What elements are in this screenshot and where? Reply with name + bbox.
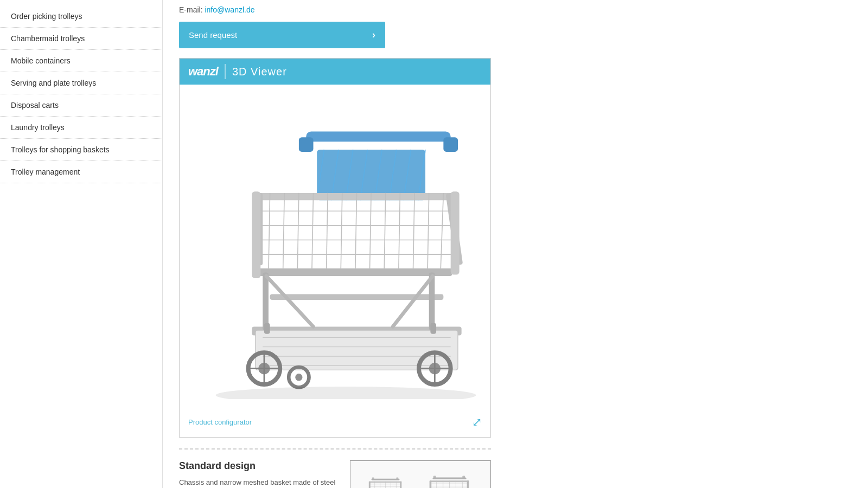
- svg-line-48: [266, 276, 314, 326]
- svg-rect-35: [252, 191, 260, 278]
- header-divider: [225, 64, 226, 79]
- svg-rect-2: [443, 137, 458, 152]
- svg-point-59: [295, 374, 302, 381]
- svg-line-31: [427, 193, 429, 273]
- sidebar-item-mobile-containers[interactable]: Mobile containers: [0, 50, 162, 72]
- svg-line-49: [393, 276, 432, 326]
- svg-rect-44: [263, 272, 269, 330]
- sidebar-item-serving-plate-trolleys[interactable]: Serving and plate trolleys: [0, 72, 162, 94]
- send-request-button[interactable]: Send request ›: [179, 22, 385, 48]
- sidebar-item-laundry-trolleys[interactable]: Laundry trolleys: [0, 117, 162, 139]
- email-link[interactable]: info@wanzl.de: [205, 5, 254, 14]
- sidebar-item-order-picking-trolleys[interactable]: Order picking trolleys: [0, 5, 162, 28]
- wanzl-logo: wanzl: [188, 65, 218, 79]
- svg-rect-98: [430, 480, 432, 488]
- svg-line-26: [355, 193, 357, 273]
- shopping-cart-image: [190, 95, 480, 399]
- standard-design-section: Standard design Chassis and narrow meshe…: [179, 448, 491, 488]
- svg-line-23: [312, 193, 314, 273]
- sidebar-item-trolley-management[interactable]: Trolley management: [0, 161, 162, 183]
- svg-rect-99: [467, 480, 469, 488]
- svg-line-24: [327, 193, 328, 273]
- svg-rect-63: [372, 478, 400, 480]
- email-row: E-mail: info@wanzl.de: [179, 5, 483, 14]
- chevron-right-icon: ›: [372, 29, 375, 41]
- svg-rect-47: [430, 323, 436, 334]
- svg-line-29: [399, 193, 400, 273]
- svg-line-27: [369, 193, 371, 273]
- svg-line-30: [413, 193, 414, 273]
- svg-rect-0: [306, 132, 450, 142]
- sidebar-item-chambermaid-trolleys[interactable]: Chambermaid trolleys: [0, 28, 162, 50]
- svg-line-20: [269, 193, 270, 273]
- viewer-title: 3D Viewer: [232, 66, 287, 78]
- standard-text: Standard design Chassis and narrow meshe…: [179, 460, 339, 488]
- svg-line-25: [341, 193, 342, 273]
- viewer-footer: Product configurator ⤢: [180, 410, 490, 437]
- svg-rect-45: [264, 323, 270, 334]
- svg-rect-39: [256, 330, 458, 370]
- product-configurator-link[interactable]: Product configurator: [188, 418, 252, 426]
- standard-design-title: Standard design: [179, 460, 339, 472]
- 3d-viewer: wanzl 3D Viewer: [179, 58, 491, 438]
- viewer-header: wanzl 3D Viewer: [180, 59, 490, 85]
- expand-icon[interactable]: ⤢: [472, 415, 482, 429]
- viewer-body: [180, 85, 490, 410]
- send-request-label: Send request: [189, 30, 237, 40]
- svg-rect-76: [400, 481, 401, 488]
- sidebar-item-disposal-carts[interactable]: Disposal carts: [0, 94, 162, 117]
- svg-line-28: [384, 193, 386, 273]
- sidebar: Order picking trolleys Chambermaid troll…: [0, 0, 163, 488]
- standard-design-description: Chassis and narrow meshed basket made of…: [179, 477, 339, 488]
- email-label: E-mail:: [179, 5, 203, 14]
- svg-rect-86: [433, 477, 467, 479]
- svg-rect-75: [369, 481, 371, 488]
- main-content: E-mail: info@wanzl.de Send request › wan…: [163, 0, 499, 488]
- svg-line-21: [283, 193, 285, 273]
- svg-rect-1: [299, 137, 314, 152]
- svg-rect-36: [451, 191, 459, 274]
- standard-design-image: [350, 460, 491, 488]
- svg-line-32: [441, 193, 443, 273]
- sidebar-item-trolleys-shopping-baskets[interactable]: Trolleys for shopping baskets: [0, 139, 162, 161]
- svg-line-22: [297, 193, 299, 273]
- svg-rect-34: [256, 269, 452, 276]
- standard-design-carts: [356, 466, 485, 488]
- svg-rect-3: [317, 150, 425, 200]
- svg-point-60: [216, 387, 476, 399]
